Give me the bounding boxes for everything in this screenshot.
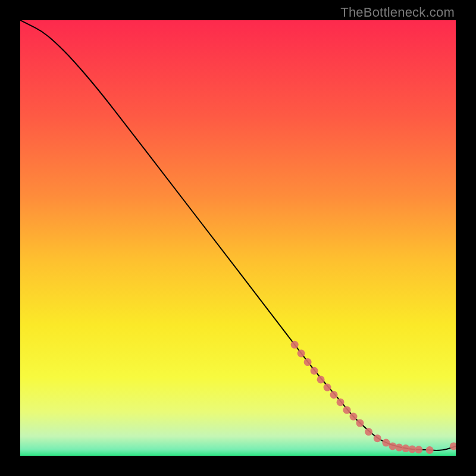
- data-marker: [330, 391, 338, 399]
- data-marker: [382, 439, 390, 447]
- data-marker: [337, 398, 345, 406]
- data-marker: [356, 419, 364, 427]
- data-marker: [395, 444, 403, 452]
- chart-container: TheBottleneck.com: [0, 0, 476, 476]
- data-marker: [365, 428, 372, 436]
- data-marker: [426, 446, 434, 454]
- data-marker: [402, 444, 409, 452]
- data-marker: [311, 367, 318, 375]
- data-marker: [349, 413, 357, 421]
- data-marker: [298, 349, 305, 357]
- data-marker: [343, 406, 351, 414]
- data-marker: [304, 358, 312, 366]
- data-marker: [317, 375, 325, 383]
- data-marker: [324, 384, 331, 392]
- data-marker: [291, 341, 299, 349]
- attribution-label: TheBottleneck.com: [340, 5, 455, 20]
- data-marker: [374, 434, 381, 442]
- data-marker: [415, 446, 422, 453]
- data-marker: [389, 442, 396, 450]
- bottleneck-plot: [20, 20, 456, 456]
- plot-background: [20, 20, 456, 456]
